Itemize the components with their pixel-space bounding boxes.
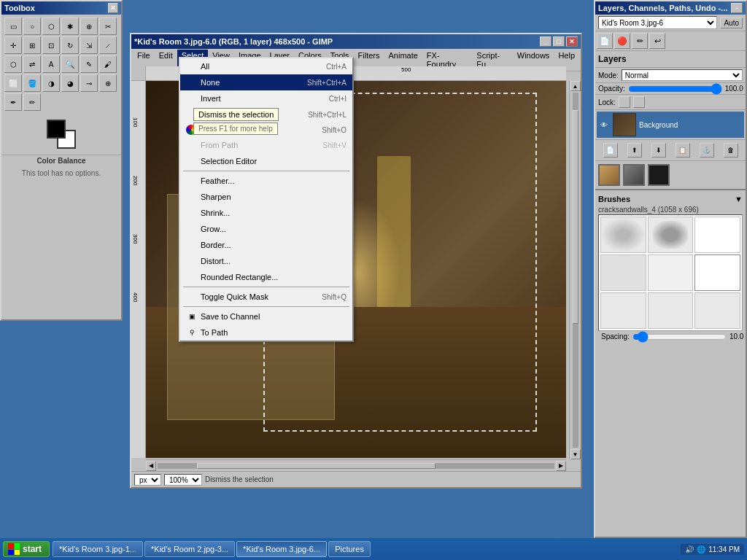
lock-pixels-button[interactable] <box>619 96 630 108</box>
duplicate-layer-button[interactable]: 📋 <box>676 143 690 158</box>
scroll-up-button[interactable]: ▲ <box>570 81 581 91</box>
tool-path[interactable]: ✏ <box>23 93 41 111</box>
tool-align[interactable]: ⊞ <box>23 36 41 54</box>
layer-type-icons: 📄 🔴 ✏ ↩ <box>595 31 746 51</box>
scroll-thumb-v[interactable] <box>573 110 578 323</box>
layers-close-button[interactable]: - <box>731 3 743 13</box>
color-selector[interactable] <box>47 120 76 149</box>
brush-item-4[interactable] <box>600 254 646 291</box>
layer-undo-icon[interactable]: ↩ <box>649 33 665 49</box>
tool-crop[interactable]: ⊡ <box>42 36 60 54</box>
spacing-slider[interactable] <box>632 334 727 340</box>
tool-move[interactable]: ✛ <box>4 36 22 54</box>
foreground-color-box[interactable] <box>47 120 66 139</box>
menu-all[interactable]: All Ctrl+A <box>180 58 352 74</box>
tool-pencil[interactable]: ✎ <box>80 55 98 73</box>
tool-eyedrop[interactable]: ✒ <box>4 93 22 111</box>
taskbar-item-4[interactable]: Pictures <box>328 541 371 557</box>
brush-item-3[interactable] <box>694 217 740 253</box>
layer-channels-icon[interactable]: 🔴 <box>614 33 630 49</box>
menu-to-path[interactable]: ⚲ To Path <box>180 324 352 341</box>
unit-select[interactable]: px in <box>134 474 161 486</box>
brush-item-1[interactable] <box>600 217 646 253</box>
menu-rounded-rect[interactable]: Rounded Rectangle... <box>180 269 352 285</box>
tool-dodge[interactable]: ◕ <box>61 74 79 92</box>
pattern-swatch-2[interactable] <box>623 164 645 186</box>
tool-perspective[interactable]: ⬡ <box>4 55 22 73</box>
layers-auto-button[interactable]: Auto <box>720 18 743 28</box>
menu-distort[interactable]: Distort... <box>180 253 352 269</box>
brush-item-7[interactable] <box>600 292 646 329</box>
layer-new-icon[interactable]: 📄 <box>597 33 613 49</box>
menu-none[interactable]: None Shift+Ctrl+A <box>180 74 352 90</box>
taskbar-item-2[interactable]: *Kid's Room 2.jpg-3... <box>144 541 235 557</box>
brushes-expand-icon[interactable]: ▼ <box>735 195 743 203</box>
menu-save-to-channel[interactable]: ▣ Save to Channel <box>180 308 352 324</box>
scroll-thumb-h[interactable] <box>197 463 435 469</box>
minimize-button[interactable]: _ <box>540 36 551 47</box>
toolbox-close-button[interactable]: ✕ <box>108 3 118 13</box>
raise-layer-button[interactable]: ⬆ <box>627 143 642 158</box>
mode-select[interactable]: Normal <box>622 69 743 81</box>
start-button[interactable]: start <box>3 541 50 557</box>
tool-fuzzy-select[interactable]: ✱ <box>61 18 79 35</box>
scrollbar-horizontal[interactable]: ◀ ▶ <box>146 459 566 471</box>
tool-flip[interactable]: ⇌ <box>23 55 41 73</box>
menu-shrink[interactable]: Shrink... <box>180 205 352 221</box>
tool-zoom[interactable]: 🔍 <box>61 55 79 73</box>
tool-scale[interactable]: ⇲ <box>80 36 98 54</box>
opacity-value: 100.0 <box>725 85 743 93</box>
layer-paths-icon[interactable]: ✏ <box>632 33 648 49</box>
menu-invert[interactable]: Invert Ctrl+I <box>180 90 352 106</box>
close-button[interactable]: ✕ <box>566 36 578 47</box>
layer-item-background[interactable]: 👁 Background <box>597 112 744 138</box>
menu-toggle-quick-mask[interactable]: Toggle Quick Mask Shift+Q <box>180 289 352 305</box>
maximize-button[interactable]: □ <box>553 36 565 47</box>
tool-ellipse-select[interactable]: ○ <box>23 18 41 35</box>
pattern-swatch-1[interactable] <box>598 164 620 186</box>
scroll-right-button[interactable]: ▶ <box>556 461 566 471</box>
anchor-layer-button[interactable]: ⚓ <box>700 143 714 158</box>
new-layer-button[interactable]: 📄 <box>603 143 618 158</box>
taskbar-item-3[interactable]: *Kid's Room 3.jpg-6... <box>236 541 327 557</box>
brushes-spacing-row: Spacing: 10.0 <box>598 331 743 342</box>
menu-selection-editor[interactable]: Selection Editor <box>180 153 352 169</box>
pattern-swatch-3[interactable] <box>648 164 670 186</box>
lower-layer-button[interactable]: ⬇ <box>651 143 666 158</box>
brushes-grid <box>598 214 743 331</box>
layers-file-select[interactable]: Kid's Room 3.jpg-6 <box>598 16 717 29</box>
brush-item-9[interactable] <box>694 292 740 329</box>
scrollbar-vertical[interactable]: ▲ ▼ <box>569 81 581 459</box>
zoom-select[interactable]: 100% 50% 200% <box>164 474 202 486</box>
brush-item-2[interactable] <box>648 217 694 253</box>
taskbar-item-1[interactable]: *Kid's Room 3.jpg-1... <box>53 541 143 557</box>
tool-measure[interactable]: ⊕ <box>99 74 117 92</box>
tool-free-select[interactable]: ⬡ <box>42 18 60 35</box>
menu-feather[interactable]: Feather... <box>180 173 352 189</box>
tool-fill[interactable]: 🪣 <box>23 74 41 92</box>
tool-shear[interactable]: ⟋ <box>99 36 117 54</box>
scroll-down-button[interactable]: ▼ <box>570 449 581 459</box>
quick-mask-icon <box>186 291 198 303</box>
layer-visibility-icon[interactable]: 👁 <box>598 119 610 131</box>
tool-scissors[interactable]: ✂ <box>99 18 117 35</box>
tool-erase[interactable]: ⬜ <box>4 74 22 92</box>
tool-rotate[interactable]: ↻ <box>61 36 79 54</box>
brush-item-6[interactable] <box>694 254 740 291</box>
lock-position-button[interactable] <box>633 96 645 108</box>
brush-item-5[interactable] <box>648 254 694 291</box>
menu-grow[interactable]: Grow... <box>180 221 352 237</box>
tool-rect-select[interactable]: ▭ <box>4 18 22 35</box>
tool-paint[interactable]: 🖌 <box>99 55 117 73</box>
opacity-slider[interactable] <box>628 85 722 93</box>
invert-icon <box>186 93 198 104</box>
brush-item-8[interactable] <box>648 292 694 329</box>
tool-by-color[interactable]: ⊕ <box>80 18 98 35</box>
tool-text[interactable]: A <box>42 55 60 73</box>
menu-sharpen[interactable]: Sharpen <box>180 189 352 205</box>
menu-border[interactable]: Border... <box>180 237 352 253</box>
delete-layer-button[interactable]: 🗑 <box>724 143 738 158</box>
scroll-left-button[interactable]: ◀ <box>146 461 156 471</box>
tool-blend[interactable]: ◑ <box>42 74 60 92</box>
tool-smudge[interactable]: ⊸ <box>80 74 98 92</box>
